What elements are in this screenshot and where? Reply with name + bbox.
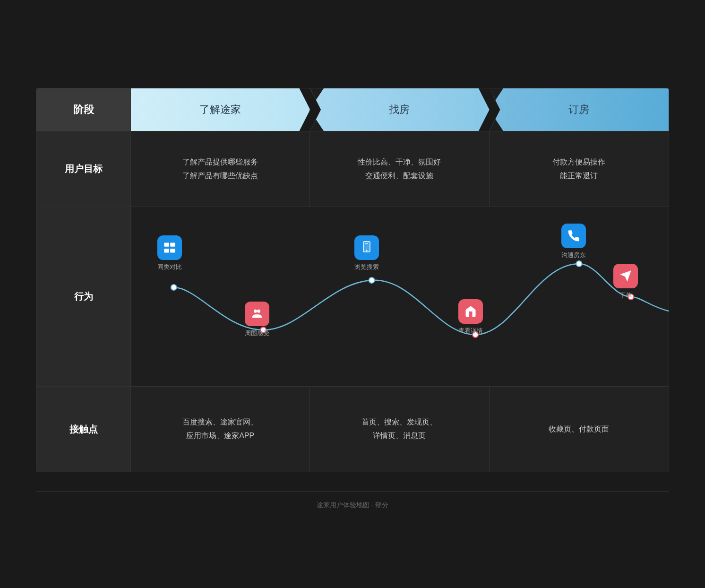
stage-1-label: 了解途家	[199, 103, 241, 117]
icon-compare: 同类对比	[157, 235, 182, 271]
icon-surround: 周围感受	[245, 302, 269, 337]
stage-2-arrow	[475, 88, 490, 131]
behavior-label: 行为	[36, 207, 131, 386]
order-icon-box	[613, 264, 638, 288]
touch-cell-2: 首页、搜索、发现页、 详情页、消息页	[310, 387, 489, 472]
main-container: 阶段 了解途家 找房 订房 用户目标 了解产品提供哪些服务 了解产品有哪些优	[36, 60, 669, 528]
surround-icon-svg	[250, 307, 264, 320]
user-goal-row: 用户目标 了解产品提供哪些服务 了解产品有哪些优缺点 性价比高、干净、氛围好 交…	[36, 131, 669, 207]
user-goal-label: 用户目标	[36, 131, 131, 207]
compare-icon-box	[157, 235, 182, 260]
user-goal-cell-3: 付款方便易操作 能正常退订	[490, 131, 669, 207]
journey-curve-svg	[131, 207, 669, 386]
svg-rect-0	[164, 243, 169, 247]
stage-2-header: 找房	[310, 88, 489, 131]
user-goal-cell-2: 性价比高、干净、氛围好 交通便利、配套设施	[310, 131, 489, 207]
contact-icon-svg	[567, 229, 580, 242]
icon-browse: 浏览搜索	[354, 235, 379, 271]
user-goal-text-1: 了解产品提供哪些服务 了解产品有哪些优缺点	[182, 156, 258, 183]
user-goal-text-2: 性价比高、干净、氛围好 交通便利、配套设施	[358, 156, 441, 183]
touch-row: 接触点 百度搜索、途家官网、 应用市场、途家APP 首页、搜索、发现页、 详情页…	[36, 387, 669, 472]
icon-detail: 查看详情	[458, 299, 483, 335]
icon-contact: 沟通房东	[561, 224, 586, 259]
user-goal-label-text: 用户目标	[65, 163, 103, 175]
touch-text-1: 百度搜索、途家官网、 应用市场、途家APP	[182, 415, 258, 443]
point-compare	[171, 285, 177, 290]
svg-marker-11	[620, 270, 631, 281]
footer-text: 途家用户体验地图 - 部分	[317, 501, 388, 509]
detail-icon-box	[458, 299, 483, 324]
svg-point-4	[254, 310, 257, 313]
stage-3-header: 订房	[490, 88, 669, 131]
browse-icon-box	[354, 235, 379, 260]
stage-1-header: 了解途家	[131, 88, 310, 131]
stage-2-label: 找房	[389, 103, 410, 117]
svg-rect-3	[170, 249, 175, 252]
header-row: 阶段 了解途家 找房 订房	[36, 88, 669, 131]
browse-label: 浏览搜索	[354, 263, 379, 271]
svg-rect-8	[365, 243, 368, 244]
compare-label: 同类对比	[157, 263, 182, 271]
order-icon-svg	[619, 269, 632, 283]
touch-label-text: 接触点	[69, 423, 98, 436]
svg-point-9	[366, 250, 368, 251]
compare-icon-svg	[163, 241, 176, 254]
svg-rect-1	[170, 243, 175, 247]
behavior-chart-container: 同类对比 周围感受	[131, 207, 669, 386]
journey-map-table: 阶段 了解途家 找房 订房 用户目标 了解产品提供哪些服务 了解产品有哪些优	[36, 88, 669, 472]
point-browse	[369, 277, 375, 283]
svg-rect-2	[164, 249, 169, 252]
stage-2-left-notch	[310, 88, 324, 131]
contact-icon-box	[561, 224, 586, 248]
touch-text-3: 收藏页、付款页面	[549, 423, 609, 436]
surround-label: 周围感受	[245, 329, 269, 337]
surround-icon-box	[245, 302, 269, 326]
svg-point-5	[257, 310, 260, 313]
order-label: 下单	[619, 291, 632, 300]
stage-1-arrow	[296, 88, 310, 131]
touch-cell-3: 收藏页、付款页面	[490, 387, 669, 472]
browse-icon-svg	[361, 241, 372, 254]
detail-icon-svg	[464, 305, 477, 318]
behavior-row: 行为	[36, 207, 669, 387]
user-goal-cell-1: 了解产品提供哪些服务 了解产品有哪些优缺点	[131, 131, 310, 207]
icon-order: 下单	[613, 264, 638, 300]
footer: 途家用户体验地图 - 部分	[36, 491, 669, 510]
stage-3-left-notch	[489, 88, 503, 131]
user-goal-text-3: 付款方便易操作 能正常退订	[552, 156, 605, 183]
detail-label: 查看详情	[458, 327, 483, 335]
touch-label: 接触点	[36, 387, 131, 472]
point-contact	[576, 261, 582, 267]
touch-text-2: 首页、搜索、发现页、 详情页、消息页	[361, 415, 437, 443]
behavior-label-text: 行为	[74, 290, 93, 303]
stage-label-text: 阶段	[73, 103, 94, 117]
touch-cell-1: 百度搜索、途家官网、 应用市场、途家APP	[131, 387, 310, 472]
stage-header-label: 阶段	[36, 88, 131, 131]
stage-3-label: 订房	[568, 103, 589, 117]
contact-label: 沟通房东	[561, 251, 586, 259]
